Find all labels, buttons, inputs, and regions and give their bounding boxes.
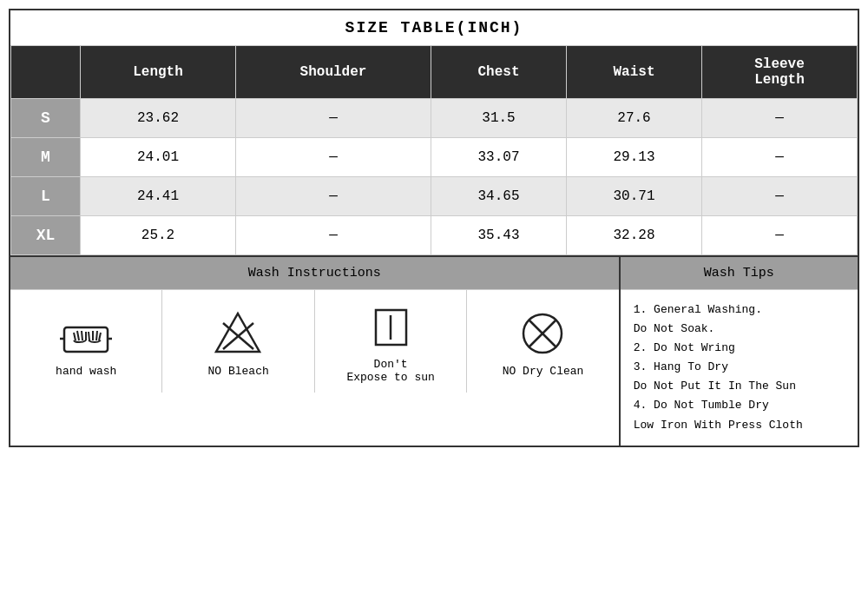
size-table: Length Shoulder Chest Waist SleeveLength…: [10, 45, 858, 255]
svg-line-9: [96, 331, 97, 340]
svg-line-5: [82, 331, 82, 340]
no-dry-clean-svg: [519, 310, 567, 358]
wash-container: Wash Instructions: [10, 255, 858, 446]
table-row: M24.01—33.0729.13—: [11, 138, 858, 177]
wash-tip-line: 4. Do Not Tumble Dry: [634, 396, 845, 415]
wash-tips: Wash Tips 1. General Washing. Do Not Soa…: [621, 257, 858, 446]
main-container: SIZE TABLE(INCH) Length Shoulder Chest W…: [9, 9, 859, 447]
wash-tip-line: 1. General Washing.: [634, 300, 845, 320]
hand-wash-label: hand wash: [56, 365, 116, 378]
no-bleach-svg: [214, 310, 262, 358]
icon-no-bleach: NO Bleach: [162, 290, 314, 393]
svg-line-10: [99, 333, 101, 340]
svg-line-3: [74, 333, 76, 340]
table-row: L24.41—34.6530.71—: [11, 177, 858, 216]
wash-instructions-header: Wash Instructions: [10, 257, 619, 290]
svg-line-4: [77, 331, 79, 340]
no-dry-clean-label: NO Dry Clean: [503, 365, 584, 378]
header-sleeve: SleeveLength: [701, 46, 857, 99]
icon-no-dry-clean: NO Dry Clean: [467, 290, 618, 393]
header-length: Length: [81, 46, 236, 99]
no-bleach-label: NO Bleach: [208, 365, 269, 378]
wash-tip-line: Do Not Soak.: [634, 320, 845, 339]
svg-line-7: [89, 332, 89, 340]
wash-tip-line: Low Iron With Press Cloth: [634, 416, 845, 435]
header-chest: Chest: [431, 46, 567, 99]
wash-tip-line: 3. Hang To Dry: [634, 358, 845, 377]
table-title: SIZE TABLE(INCH): [10, 10, 858, 45]
no-sun-label: Don'tExpose to sun: [346, 358, 434, 384]
wash-instructions: Wash Instructions: [10, 257, 621, 446]
no-sun-svg: [367, 303, 415, 351]
table-row: S23.62—31.527.6—: [11, 99, 858, 138]
header-size: [11, 46, 81, 99]
wash-tips-header: Wash Tips: [621, 257, 858, 290]
svg-marker-11: [216, 314, 260, 352]
wash-tips-content: 1. General Washing. Do Not Soak.2. Do No…: [621, 290, 858, 446]
icon-no-sun: Don'tExpose to sun: [315, 290, 467, 393]
wash-tip-line: Do Not Put It In The Sun: [634, 377, 845, 396]
table-row: XL25.2—35.4332.28—: [11, 216, 858, 255]
header-shoulder: Shoulder: [235, 46, 431, 99]
header-waist: Waist: [567, 46, 702, 99]
hand-wash-svg: [60, 310, 112, 358]
wash-icons-row: hand wash NO Bleach: [10, 290, 619, 393]
wash-tip-line: 2. Do Not Wring: [634, 339, 845, 358]
icon-hand-wash: hand wash: [10, 290, 162, 393]
